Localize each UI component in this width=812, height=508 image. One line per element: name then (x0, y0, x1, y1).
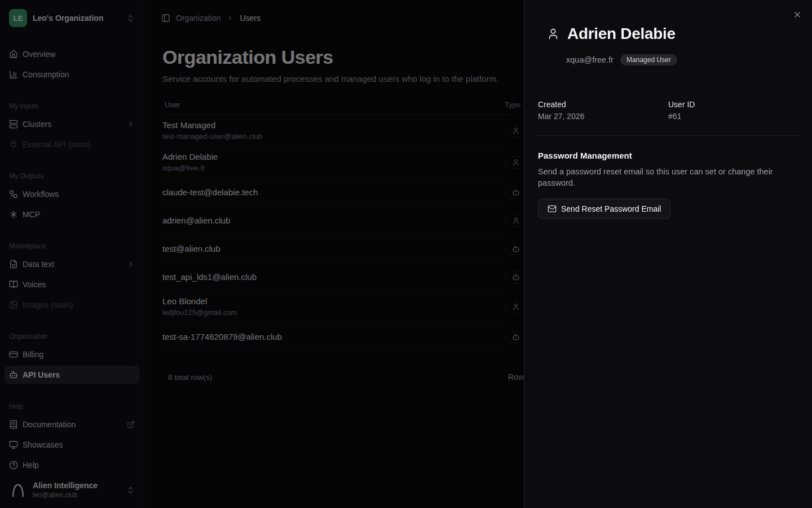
panel-user-email: xqua@free.fr (566, 55, 614, 64)
created-label: Created (538, 99, 668, 110)
password-management-description: Send a password reset email so this user… (538, 166, 791, 189)
close-icon[interactable] (792, 9, 803, 20)
password-management-heading: Password Management (538, 151, 798, 160)
panel-title: Adrien Delabie (567, 25, 676, 43)
user-id-label: User ID (668, 99, 798, 110)
created-value: Mar 27, 2026 (538, 111, 668, 122)
divider (538, 135, 798, 136)
user-id-value: #61 (668, 111, 798, 122)
user-detail-panel: Adrien Delabie xqua@free.fr Managed User… (524, 0, 812, 508)
user-icon (547, 28, 559, 40)
managed-user-badge: Managed User (620, 54, 677, 65)
send-reset-password-button[interactable]: Send Reset Password Email (538, 199, 670, 219)
mail-icon (548, 204, 557, 213)
user-info-grid: Created Mar 27, 2026 User ID #61 (538, 99, 798, 122)
